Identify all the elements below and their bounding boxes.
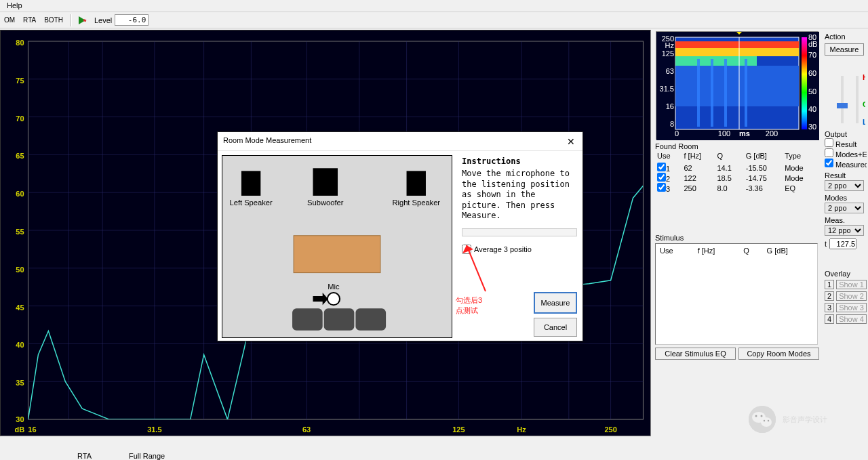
svg-text:31.5: 31.5 [147,425,161,434]
measured-checkbox[interactable]: Measured [825,159,867,169]
level-input[interactable] [115,14,149,26]
instructions-text: Move the microphone to the listening pos… [462,169,577,222]
svg-point-101 [764,420,765,421]
toolbar-om[interactable]: OM [1,15,18,25]
t-input[interactable] [829,238,856,249]
svg-rect-49 [675,66,799,106]
dialog-title: Room Mode Measurement [223,136,311,146]
svg-rect-53 [745,59,747,127]
t-label: t [825,240,827,248]
svg-text:60: 60 [16,190,24,198]
svg-rect-52 [724,59,727,127]
setup-diagram: Left Speaker Subwoofer Right Speaker Mic [222,155,452,338]
toolbar-rta[interactable]: RTA [20,15,39,25]
menu-help[interactable]: Help [3,0,26,11]
action-title: Action [825,33,867,41]
svg-rect-91 [292,308,323,330]
svg-text:G: G [863,100,865,108]
play-icon[interactable] [77,15,87,26]
overlay-2-button[interactable]: 2 [825,291,834,301]
svg-text:80: 80 [16,39,24,47]
result-select[interactable]: 2 ppo [825,180,864,191]
use-checkbox-3[interactable] [657,183,666,192]
svg-text:35: 35 [16,379,24,387]
svg-rect-67 [802,37,807,129]
found-room-title: Found Room [655,142,819,150]
svg-text:H: H [863,73,865,81]
overlay-4-button[interactable]: 4 [825,314,834,324]
svg-text:Right Speaker: Right Speaker [392,198,440,207]
svg-text:200: 200 [766,129,778,138]
bottom-tab-full[interactable]: Full Range [129,452,165,460]
overlay-show-3[interactable]: Show 3 [836,303,867,312]
dialog-measure-button[interactable]: Measure [534,292,577,314]
result-checkbox[interactable]: Result [825,138,867,148]
svg-rect-76 [856,76,859,123]
close-icon[interactable]: ✕ [565,136,577,148]
svg-rect-51 [711,59,713,127]
svg-marker-90 [313,293,328,305]
use-checkbox-1[interactable] [657,163,666,171]
svg-point-89 [328,293,340,305]
svg-text:31.5: 31.5 [660,85,674,93]
svg-text:30: 30 [808,123,816,131]
svg-text:ms: ms [739,129,750,138]
svg-text:100: 100 [718,129,730,138]
svg-text:70: 70 [808,51,816,59]
use-checkbox-2[interactable] [657,173,666,182]
overlay-3-button[interactable]: 3 [825,303,834,312]
toolbar-separator [71,14,72,26]
progress-bar [462,228,577,236]
svg-text:40: 40 [16,341,24,349]
average-checkbox[interactable]: Average 3 positio [462,245,577,254]
svg-text:125: 125 [662,49,674,58]
overlay-title: Overlay [825,270,867,278]
overlay-1-button[interactable]: 1 [825,280,834,289]
svg-text:65: 65 [16,152,24,160]
svg-text:0: 0 [675,129,679,138]
stimulus-title: Stimulus [655,234,819,242]
svg-text:30: 30 [16,415,24,423]
svg-text:Hz: Hz [665,41,675,49]
copy-room-modes-button[interactable]: Copy Room Modes [738,348,819,360]
svg-rect-47 [675,48,799,56]
svg-text:63: 63 [302,425,311,434]
modes-title: Modes [825,194,867,202]
dialog-cancel-button[interactable]: Cancel [534,318,577,337]
toolbar-both[interactable]: BOTH [41,15,66,25]
bottom-tab-rta[interactable]: RTA [77,452,92,460]
svg-rect-87 [294,236,380,273]
svg-text:70: 70 [16,114,24,123]
svg-rect-92 [324,308,355,330]
modes-eq-checkbox[interactable]: Modes+EQ [825,148,867,159]
action-measure-button[interactable]: Measure [825,43,864,56]
svg-text:60: 60 [808,69,816,77]
overlay-show-2[interactable]: Show 2 [836,291,867,301]
table-row[interactable]: 1 6214.1 -15.50Mode [655,163,818,173]
svg-rect-82 [313,168,338,196]
svg-text:250: 250 [604,425,616,434]
watermark: 影音声学设计 [749,406,827,433]
svg-rect-50 [697,59,700,127]
svg-text:Hz: Hz [517,425,526,434]
svg-rect-77 [837,103,848,108]
svg-rect-46 [675,41,799,48]
meas-select[interactable]: 12 ppo [825,225,864,236]
svg-point-100 [761,415,763,417]
svg-text:50: 50 [808,87,816,96]
svg-point-102 [768,420,769,421]
modes-select[interactable]: 2 ppo [825,203,864,213]
stimulus-list[interactable]: Usef [Hz] QG [dB] [655,243,818,345]
table-row[interactable]: 2 12218.5 -14.75Mode [655,173,818,183]
svg-text:55: 55 [16,228,24,236]
clear-stimulus-button[interactable]: Clear Stimulus EQ [655,348,736,360]
overlay-show-1[interactable]: Show 1 [836,280,867,289]
table-row[interactable]: 3 2508.0 -3.36EQ [655,183,818,193]
svg-text:Mic: Mic [328,283,340,291]
svg-point-98 [761,417,772,427]
svg-text:45: 45 [16,304,24,312]
svg-text:Left Speaker: Left Speaker [229,198,273,207]
svg-text:8: 8 [670,120,674,128]
overlay-show-4[interactable]: Show 4 [836,314,867,324]
spectrogram: 250Hz125 6331.516 8 0100 ms200 80dB70 60… [656,31,818,140]
